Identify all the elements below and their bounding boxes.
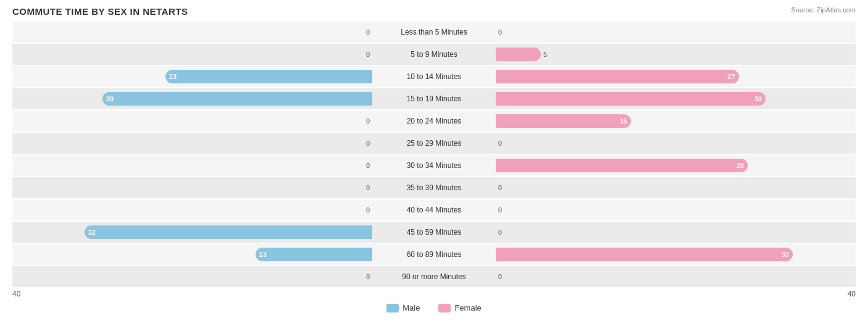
male-value-zero: 0: [366, 28, 370, 36]
female-value-zero: 0: [498, 28, 502, 36]
female-bar-wrap: 27: [496, 70, 856, 83]
female-bar-wrap: 5: [496, 48, 856, 61]
right-side: 0: [496, 22, 856, 43]
male-bar-wrap: 0: [12, 270, 372, 283]
bar-row: 0 Less than 5 Minutes 0: [12, 22, 856, 43]
legend-male: Male: [386, 303, 420, 313]
male-bar-wrap: 0: [12, 48, 372, 61]
bar-male: 32: [85, 225, 372, 239]
right-side: 0: [496, 133, 856, 154]
left-side: 0: [12, 177, 372, 198]
bar-row: 0 25 to 29 Minutes 0: [12, 133, 856, 154]
right-side: 30: [496, 88, 856, 109]
right-side: 33: [496, 244, 856, 265]
chart-title: COMMUTE TIME BY SEX IN NETARTS: [12, 6, 856, 17]
center-label: 35 to 39 Minutes: [372, 183, 496, 192]
male-value-inside: 23: [169, 73, 177, 80]
male-value-zero: 0: [366, 273, 370, 280]
center-label: Less than 5 Minutes: [372, 28, 496, 36]
center-label: 45 to 59 Minutes: [372, 228, 496, 237]
right-side: 5: [496, 44, 856, 65]
legend-male-swatch: [386, 304, 399, 313]
bar-row: 30 15 to 19 Minutes 30: [12, 88, 856, 109]
male-bar-wrap: 0: [12, 181, 372, 195]
male-bar-wrap: 0: [12, 136, 372, 150]
female-value-zero: 0: [498, 184, 502, 191]
chart-container: COMMUTE TIME BY SEX IN NETARTS Source: Z…: [0, 0, 868, 323]
male-bar-wrap: 13: [12, 248, 372, 261]
right-side: 0: [496, 222, 856, 243]
male-bar-wrap: 0: [12, 25, 372, 39]
right-side: 28: [496, 155, 856, 176]
female-bar-wrap: 0: [496, 181, 856, 195]
female-bar-wrap: 33: [496, 248, 856, 261]
left-side: 23: [12, 66, 372, 87]
female-bar-wrap: 0: [496, 25, 856, 39]
left-side: 0: [12, 111, 372, 132]
bar-male: 13: [256, 248, 372, 261]
axis-label-right: 40: [848, 290, 856, 298]
center-label: 30 to 34 Minutes: [372, 161, 496, 170]
bars-area: 0 Less than 5 Minutes 0 0: [12, 22, 856, 287]
bar-row: 0 35 to 39 Minutes 0: [12, 177, 856, 198]
male-bar-wrap: 0: [12, 114, 372, 128]
center-label: 90 or more Minutes: [372, 272, 496, 281]
center-label: 20 to 24 Minutes: [372, 117, 496, 125]
female-value-inside: 28: [737, 162, 744, 169]
bar-row: 0 20 to 24 Minutes 15: [12, 111, 856, 132]
bar-row: 23 10 to 14 Minutes 27: [12, 66, 856, 87]
source-text: Source: ZipAtlas.com: [791, 6, 856, 14]
center-label: 15 to 19 Minutes: [372, 94, 496, 103]
legend-female-swatch: [438, 304, 451, 313]
male-value-inside: 32: [88, 229, 96, 236]
female-value-inside: 15: [619, 117, 627, 125]
legend-female-label: Female: [454, 303, 481, 313]
legend: Male Female: [12, 303, 856, 313]
female-value-zero: 0: [498, 140, 502, 147]
male-bar-wrap: 32: [12, 225, 372, 239]
female-bar-wrap: 30: [496, 92, 856, 106]
center-label: 25 to 29 Minutes: [372, 139, 496, 148]
center-label: 40 to 44 Minutes: [372, 206, 496, 214]
female-value-inside: 30: [754, 95, 762, 103]
female-bar-wrap: 15: [496, 114, 856, 128]
female-value-zero: 0: [498, 229, 502, 236]
female-bar-wrap: 0: [496, 136, 856, 150]
center-label: 60 to 89 Minutes: [372, 250, 496, 259]
axis-label-left: 40: [12, 290, 20, 298]
male-bar-wrap: 0: [12, 159, 372, 172]
male-bar-wrap: 23: [12, 70, 372, 83]
female-value-zero: 0: [498, 206, 502, 214]
left-side: 13: [12, 244, 372, 265]
female-value-outside: 5: [543, 51, 547, 58]
bar-row: 32 45 to 59 Minutes 0: [12, 222, 856, 243]
left-side: 0: [12, 266, 372, 287]
bar-row: 0 90 or more Minutes 0: [12, 266, 856, 287]
right-side: 0: [496, 199, 856, 220]
male-value-zero: 0: [366, 140, 370, 147]
bar-male: 23: [165, 70, 372, 83]
female-bar-wrap: 0: [496, 225, 856, 239]
right-side: 15: [496, 111, 856, 132]
male-bar-wrap: 0: [12, 203, 372, 217]
bar-female: 30: [496, 92, 766, 106]
bar-female: 28: [496, 159, 748, 172]
male-value-zero: 0: [366, 51, 370, 58]
right-side: 27: [496, 66, 856, 87]
bar-row: 0 5 to 9 Minutes 5: [12, 44, 856, 65]
bar-female: 33: [496, 248, 793, 261]
male-bar-wrap: 30: [12, 92, 372, 106]
left-side: 32: [12, 222, 372, 243]
female-bar-wrap: 0: [496, 270, 856, 283]
axis-labels: 40 40: [12, 290, 856, 298]
center-label: 10 to 14 Minutes: [372, 72, 496, 81]
male-value-zero: 0: [366, 184, 370, 191]
bar-row: 13 60 to 89 Minutes 33: [12, 244, 856, 265]
left-side: 0: [12, 155, 372, 176]
legend-female: Female: [438, 303, 481, 313]
male-value-zero: 0: [366, 206, 370, 214]
bar-row: 0 30 to 34 Minutes 28: [12, 155, 856, 176]
center-label: 5 to 9 Minutes: [372, 50, 496, 59]
right-side: 0: [496, 266, 856, 287]
male-value-zero: 0: [366, 117, 370, 125]
